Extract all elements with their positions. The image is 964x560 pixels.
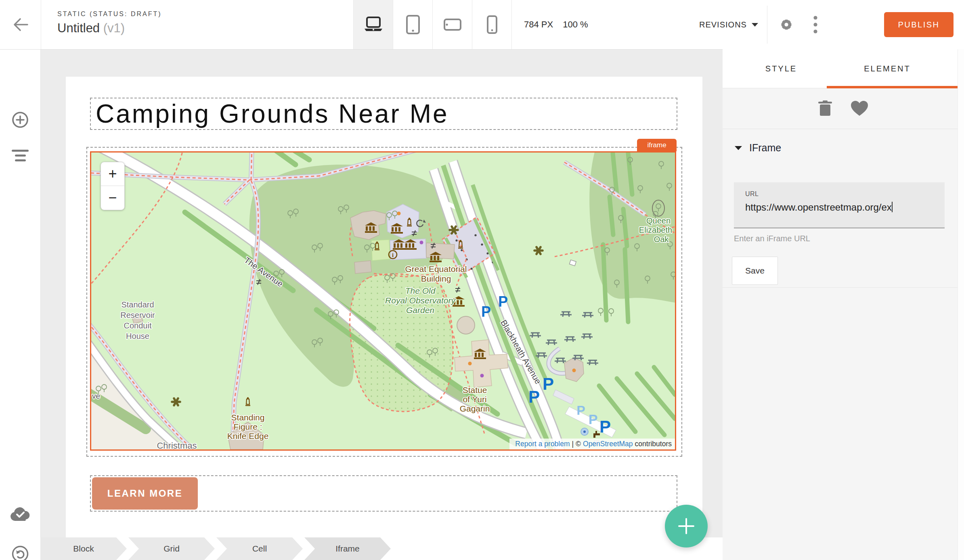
fountain-icon (581, 428, 588, 435)
more-options-button[interactable] (803, 0, 828, 49)
panel-scrollbar-gutter[interactable] (958, 49, 964, 560)
svg-text:The Old: The Old (405, 286, 436, 295)
svg-text:Queen: Queen (646, 216, 671, 225)
breadcrumb-cell[interactable]: Cell (216, 537, 303, 560)
layers-icon (11, 149, 29, 162)
tablet-landscape-icon (444, 19, 461, 31)
map-zoom-in-button[interactable]: + (101, 162, 124, 186)
cloud-check-icon (10, 506, 31, 522)
svg-text:ve: ve (92, 392, 100, 400)
viewport-zoom: 100 % (563, 19, 588, 30)
svg-text:P: P (599, 417, 611, 436)
svg-text:P: P (498, 293, 508, 310)
openstreetmap-canvas: i P P P (91, 153, 675, 449)
text-cursor (892, 202, 893, 212)
element-actions (723, 88, 964, 129)
layers-button[interactable] (0, 149, 40, 162)
iframe-element-tag: iframe (637, 139, 677, 151)
breadcrumb-block[interactable]: Block (40, 537, 127, 560)
svg-text:Figure :: Figure : (233, 422, 262, 431)
svg-text:Gagarin: Gagarin (460, 404, 490, 413)
svg-text:Statue: Statue (463, 385, 487, 395)
tab-element[interactable]: ELEMENT (827, 49, 948, 88)
save-button[interactable]: Save (732, 257, 778, 285)
svg-text:Standard: Standard (121, 300, 154, 309)
svg-text:P: P (589, 412, 598, 427)
svg-text:Royal Observatory: Royal Observatory (385, 296, 456, 305)
laptop-icon (364, 17, 383, 33)
tab-style[interactable]: STYLE (723, 49, 840, 88)
plus-icon (677, 517, 695, 535)
svg-text:Standing: Standing (231, 413, 265, 422)
breadcrumb-grid[interactable]: Grid (128, 537, 215, 560)
svg-text:House: House (126, 332, 149, 341)
svg-text:of Yuri: of Yuri (463, 395, 486, 404)
svg-text:Knife Edge: Knife Edge (227, 431, 269, 441)
breadcrumb-iframe[interactable]: Iframe (304, 537, 391, 560)
heading-text[interactable]: Camping Grounds Near Me (96, 99, 673, 128)
heart-icon[interactable] (851, 100, 868, 117)
svg-text:Reservoir: Reservoir (120, 311, 155, 320)
collapse-caret-icon (735, 146, 742, 150)
url-helper-text: Enter an iFrame URL (734, 234, 810, 243)
svg-text:P: P (543, 374, 554, 393)
svg-text:P: P (481, 303, 491, 320)
section-title: IFrame (749, 142, 781, 154)
device-preview-switcher (353, 0, 512, 49)
url-field-value: https://www.openstreetmap.org/ex (745, 202, 941, 213)
page-title: Untitled (v1) (57, 21, 125, 36)
back-arrow-icon (12, 17, 29, 32)
svg-text:Great Equatorial: Great Equatorial (405, 264, 467, 274)
trash-icon[interactable] (818, 100, 832, 117)
page-status: STATIC (STATUS: DRAFT) (57, 10, 162, 18)
map-zoom-out-button[interactable]: − (101, 186, 124, 209)
device-desktop-button[interactable] (354, 0, 393, 49)
svg-text:Garden: Garden (406, 305, 434, 315)
url-field-label: URL (745, 190, 759, 198)
phone-icon (487, 15, 497, 34)
iframe-url-field[interactable]: URL https://www.openstreetmap.org/ex (734, 182, 945, 228)
tablet-icon (406, 15, 420, 34)
kebab-menu-icon (813, 16, 817, 33)
panel-tabbar: STYLE ELEMENT (723, 49, 964, 88)
toolbar-divider (767, 6, 767, 44)
map-iframe[interactable]: i P P P (91, 153, 675, 449)
saved-status-button[interactable] (0, 506, 40, 522)
report-problem-link[interactable]: Report a problem (515, 440, 570, 448)
chevron-down-icon (752, 23, 758, 27)
svg-text:Building: Building (421, 274, 451, 283)
settings-button[interactable] (770, 0, 803, 49)
element-breadcrumb: Block Grid Cell Iframe (40, 537, 723, 560)
add-block-fab[interactable] (665, 505, 708, 547)
map-zoom-control: + − (101, 162, 125, 210)
gear-icon (778, 16, 795, 33)
back-button[interactable] (0, 0, 41, 49)
top-toolbar: STATIC (STATUS: DRAFT) Untitled (v1) (0, 0, 964, 50)
plus-circle-icon (11, 111, 29, 129)
learn-more-button[interactable]: LEARN MORE (92, 477, 198, 510)
device-landscape-button[interactable] (433, 0, 472, 49)
viewport-width: 784 PX (524, 19, 553, 30)
svg-text:Christmas: Christmas (157, 441, 197, 449)
svg-text:Elizabeth: Elizabeth (639, 226, 672, 234)
undo-button[interactable] (0, 545, 40, 560)
left-toolbar (0, 49, 41, 560)
revisions-dropdown[interactable]: REVISIONS (699, 0, 758, 49)
svg-text:P: P (576, 403, 585, 418)
svg-text:Oak: Oak (654, 235, 669, 244)
svg-text:P: P (528, 387, 540, 406)
page-version: (v1) (103, 21, 125, 35)
device-mobile-button[interactable] (472, 0, 511, 49)
panel-divider (723, 287, 964, 288)
iframe-section-toggle[interactable]: IFrame (735, 142, 781, 154)
device-tablet-button[interactable] (393, 0, 433, 49)
properties-panel: STYLE ELEMENT IFrame URL https://www.ope… (723, 49, 964, 560)
add-element-button[interactable] (0, 111, 40, 129)
svg-text:Conduit: Conduit (124, 321, 152, 330)
map-attribution: Report a problem | © OpenStreetMap contr… (509, 439, 675, 449)
publish-button[interactable]: PUBLISH (884, 12, 954, 37)
viewport-size-indicator: 784 PX 100 % (524, 0, 588, 49)
openstreetmap-link[interactable]: OpenStreetMap (583, 440, 633, 448)
svg-text:i: i (392, 252, 394, 258)
undo-icon (11, 545, 29, 560)
